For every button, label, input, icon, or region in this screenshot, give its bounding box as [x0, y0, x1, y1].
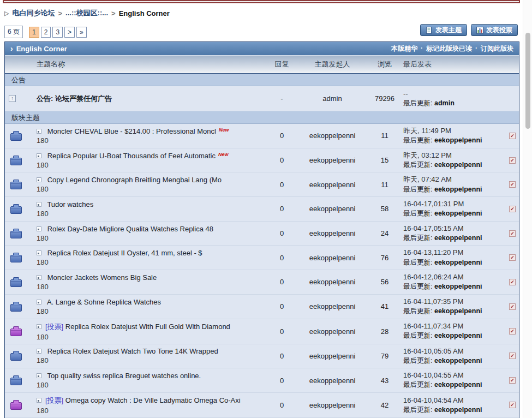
topic-title-link[interactable]: Moncler CHEVAL Blue - $214.00 : Professi…	[47, 127, 216, 135]
vertical-scrollbar[interactable]	[523, 0, 532, 418]
topic-replies: 0	[267, 401, 297, 409]
goto-unread-icon[interactable]	[37, 349, 41, 354]
topic-title-link[interactable]: Replica Popular U-Boat Thousands of Feet…	[47, 152, 216, 160]
last-update-label: 最后更新:	[403, 234, 432, 242]
topic-starter-link[interactable]: eekoppelpenni	[309, 352, 356, 360]
goto-unread-icon[interactable]	[37, 373, 41, 378]
topic-replies: 0	[267, 205, 297, 213]
breadcrumb-forum-home[interactable]: 电白同乡论坛	[12, 8, 55, 18]
goto-last-post-icon[interactable]: ✔	[509, 206, 516, 212]
announcement-starter[interactable]: admin	[322, 94, 342, 103]
top-cutoff-banner	[3, 0, 520, 3]
topic-last-by[interactable]: eekoppelpenni	[434, 234, 482, 242]
new-topic-button[interactable]: 发表主题	[420, 24, 467, 36]
page-2-button[interactable]: 2	[41, 27, 51, 38]
announcement-last-by[interactable]: admin	[434, 99, 455, 107]
topic-subtext: 180	[37, 185, 264, 193]
board-best-link[interactable]: 本版精华	[391, 44, 417, 53]
topic-title-link[interactable]: Top quality swiss replica Breguet watche…	[47, 372, 201, 380]
goto-last-post-icon[interactable]: ✔	[509, 377, 516, 384]
scrollbar-thumb[interactable]	[525, 33, 530, 129]
topic-title-link[interactable]: Replica Rolex Datejust II Oyster, 41 mm,…	[47, 249, 202, 257]
topic-last-by[interactable]: eekoppelpenni	[434, 136, 482, 144]
topic-last-by[interactable]: eekoppelpenni	[434, 357, 482, 365]
board-table: › English Corner 本版精华 · 标记此版块已读 · 订阅此版块 …	[4, 41, 519, 418]
subscribe-link[interactable]: 订阅此版块	[481, 44, 513, 53]
page-3-button[interactable]: 3	[52, 27, 63, 38]
topic-title-link[interactable]: Omega copy Watch : De Ville Ladymatic Om…	[65, 396, 241, 404]
topic-last-date: 昨天, 11:49 PM	[403, 126, 506, 136]
topic-starter-link[interactable]: eekoppelpenni	[309, 327, 356, 336]
next-page-button[interactable]: >	[64, 27, 75, 38]
goto-last-post-icon[interactable]: ✔	[509, 133, 516, 139]
topic-title-link[interactable]: Replica Rolex Datejust With Full Gold Wi…	[65, 323, 230, 331]
topic-title-link[interactable]: Replica Rolex Datejust Watch Two Tone 14…	[47, 347, 218, 355]
breadcrumb-category[interactable]: ...::校园区::...	[65, 8, 108, 18]
topic-last-by[interactable]: eekoppelpenni	[434, 210, 482, 217]
topic-starter-link[interactable]: eekoppelpenni	[309, 401, 356, 409]
goto-last-post-icon[interactable]: ✔	[509, 353, 516, 359]
topic-replies: 0	[267, 278, 297, 286]
topic-last-by[interactable]: eekoppelpenni	[434, 283, 482, 290]
topic-starter-link[interactable]: eekoppelpenni	[309, 181, 356, 189]
topic-title-link[interactable]: Moncler Jackets Womens Big Sale	[47, 273, 157, 282]
topic-starter-link[interactable]: eekoppelpenni	[309, 254, 356, 262]
goto-unread-icon[interactable]	[37, 300, 41, 304]
goto-last-post-icon[interactable]: ✔	[509, 157, 516, 164]
breadcrumb: ▷ 电白同乡论坛 > ...::校园区::... > English Corne…	[4, 8, 170, 18]
goto-unread-icon[interactable]	[37, 202, 41, 207]
board-title: English Corner	[16, 45, 67, 53]
goto-last-post-icon[interactable]: ✔	[509, 402, 516, 408]
goto-last-post-icon[interactable]: ✔	[509, 279, 516, 285]
forum-page: ▷ 电白同乡论坛 > ...::校园区::... > English Corne…	[0, 0, 532, 418]
topic-replies: 0	[267, 132, 297, 140]
topic-last-by[interactable]: eekoppelpenni	[434, 307, 482, 315]
topic-last-by[interactable]: eekoppelpenni	[434, 381, 482, 389]
new-poll-button[interactable]: 发表投票	[471, 24, 518, 36]
topic-replies: 0	[267, 327, 297, 336]
topic-title-link[interactable]: Rolex Day-Date Migliore Qualita Watches …	[47, 225, 213, 233]
goto-unread-icon[interactable]	[37, 398, 41, 403]
goto-last-post-icon[interactable]: ✔	[509, 303, 516, 310]
topic-starter-link[interactable]: eekoppelpenni	[309, 132, 356, 140]
topic-starter-link[interactable]: eekoppelpenni	[309, 229, 356, 237]
topic-starter-link[interactable]: eekoppelpenni	[309, 156, 356, 164]
topic-starter-link[interactable]: eekoppelpenni	[309, 377, 356, 385]
topic-last-by[interactable]: eekoppelpenni	[434, 186, 482, 193]
announcement-last-date: --	[403, 89, 506, 99]
topic-starter-link[interactable]: eekoppelpenni	[309, 278, 356, 286]
topic-last-date: 16-04-13,11:20 PM	[403, 248, 506, 258]
topic-starter-link[interactable]: eekoppelpenni	[309, 205, 356, 213]
board-title-arrow-icon: ›	[10, 44, 13, 53]
page-1-button[interactable]: 1	[29, 27, 39, 38]
goto-unread-icon[interactable]	[37, 226, 41, 231]
goto-unread-icon[interactable]	[37, 177, 41, 182]
table-row: Tudor watches 180 0 eekoppelpenni 58 16-…	[5, 197, 519, 222]
announcement-title[interactable]: 公告: 论坛严禁任何广告	[37, 94, 112, 103]
column-title: 主题名称	[27, 59, 267, 69]
topic-starter-link[interactable]: eekoppelpenni	[309, 302, 356, 310]
mark-read-link[interactable]: 标记此版块已读	[426, 44, 472, 53]
goto-unread-icon[interactable]	[37, 129, 41, 134]
goto-unread-icon[interactable]	[37, 153, 41, 158]
topic-last-by[interactable]: eekoppelpenni	[434, 406, 482, 414]
goto-last-post-icon[interactable]: ✔	[509, 254, 516, 261]
goto-unread-icon[interactable]	[37, 250, 41, 255]
topic-last-by[interactable]: eekoppelpenni	[434, 161, 482, 169]
board-header: › English Corner 本版精华 · 标记此版块已读 · 订阅此版块	[5, 42, 519, 56]
goto-unread-icon[interactable]	[37, 324, 41, 329]
goto-last-post-icon[interactable]: ✔	[509, 328, 516, 335]
breadcrumb-current: English Corner	[119, 9, 170, 17]
goto-unread-icon[interactable]	[37, 275, 41, 280]
topic-title-link[interactable]: Tudor watches	[47, 200, 93, 208]
topic-title-link[interactable]: A. Lange & Sohne Replilca Watches	[47, 298, 161, 306]
link-separator: ·	[421, 44, 423, 53]
goto-last-post-icon[interactable]: ✔	[509, 181, 516, 188]
topic-replies: 0	[267, 302, 297, 310]
topic-last-by[interactable]: eekoppelpenni	[434, 259, 482, 266]
last-page-button[interactable]: »	[76, 27, 87, 38]
goto-last-post-icon[interactable]: ✔	[509, 230, 516, 237]
topic-views: 42	[368, 401, 402, 409]
topic-last-by[interactable]: eekoppelpenni	[434, 332, 482, 339]
topic-title-link[interactable]: Copy Legend Chronograph Breitling Mengba…	[47, 176, 222, 184]
